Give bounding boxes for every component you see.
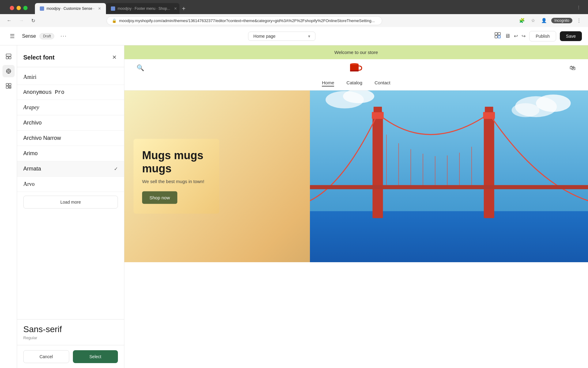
svg-rect-13	[6, 83, 8, 86]
sidebar-add-btn[interactable]	[2, 80, 15, 92]
load-more-section: Load more	[17, 192, 124, 212]
font-item-anonymous-pro[interactable]: Anonymous Pro	[17, 85, 124, 100]
load-more-btn[interactable]: Load more	[23, 196, 118, 209]
back-btn[interactable]: ←	[5, 17, 13, 25]
lock-icon: 🔒	[112, 18, 117, 23]
page-selector[interactable]: Home page ▾	[248, 32, 315, 41]
font-name-arvo: Arvo	[23, 181, 35, 187]
add-section-icon	[6, 83, 12, 89]
hero-heading: Mugs mugs mugs	[142, 149, 211, 175]
browser-menu-dots[interactable]: ⋮	[575, 17, 583, 25]
bookmark-btn[interactable]: ☆	[529, 17, 537, 25]
search-icon[interactable]: 🔍	[137, 64, 144, 71]
font-item-arvo[interactable]: Arvo	[17, 177, 124, 192]
announcement-text: Welcome to our store	[334, 50, 378, 55]
tab-label-2: moodjoy · Footer menu · Shop...	[118, 6, 170, 11]
font-item-armata[interactable]: Armata ✓	[17, 161, 124, 177]
extensions-btn[interactable]: 🧩	[517, 17, 527, 25]
font-panel-header: Select font ✕	[17, 45, 124, 67]
profile-btn[interactable]: 👤	[539, 17, 549, 25]
shop-now-btn[interactable]: Shop now	[142, 191, 177, 204]
save-btn[interactable]: Save	[560, 31, 582, 41]
tab-favicon-2	[111, 6, 115, 11]
font-item-archivo[interactable]: Archivo	[17, 115, 124, 131]
select-icon	[494, 32, 501, 39]
font-name-archivo-narrow: Archivo Narrow	[23, 135, 61, 141]
svg-point-8	[8, 70, 9, 72]
select-mode-btn[interactable]	[494, 32, 501, 40]
svg-rect-6	[9, 57, 11, 59]
publish-btn[interactable]: Publish	[529, 31, 556, 41]
sections-icon	[6, 53, 12, 59]
app-toolbar: ☰ Sense Draft ··· Home page ▾ 🖥 ↩ ↪	[0, 27, 588, 45]
hero-area: Mugs mugs mugs We sell the best mugs in …	[124, 90, 588, 262]
svg-rect-14	[9, 83, 11, 86]
font-name-arimo: Arimo	[23, 150, 38, 157]
sidebar-icons	[0, 45, 17, 368]
bridge-svg	[310, 90, 588, 262]
new-tab-btn[interactable]: +	[179, 3, 188, 14]
nav-catalog[interactable]: Catalog	[346, 80, 362, 86]
hero-content: Mugs mugs mugs We sell the best mugs in …	[134, 139, 219, 214]
font-item-arimo[interactable]: Arimo	[17, 146, 124, 161]
font-preview-section: Sans-serif Regular	[17, 319, 124, 345]
toolbar-left: ☰ Sense Draft ···	[6, 30, 69, 42]
browser-chrome: moodjoy · Customize Sense · ✕ moodjoy · …	[0, 0, 588, 27]
tab-close-btn-2[interactable]: ✕	[174, 6, 177, 11]
main-area: Select font ✕ Amiri Anonymous Pro Arapey	[0, 45, 588, 368]
svg-point-40	[536, 94, 571, 112]
svg-rect-0	[495, 33, 497, 35]
browser-menu-btn[interactable]: ⋮	[577, 5, 581, 10]
font-item-amiri[interactable]: Amiri	[17, 70, 124, 85]
url-bar[interactable]: 🔒 moodjoy.myshopify.com/admin/themes/136…	[107, 16, 382, 25]
font-preview-name: Sans-serif	[23, 324, 118, 334]
svg-rect-38	[310, 185, 588, 189]
reload-btn[interactable]: ↻	[29, 17, 37, 25]
store-preview[interactable]: Welcome to our store 🔍 🛍	[124, 45, 588, 368]
tab-customize[interactable]: moodjoy · Customize Sense · ✕	[35, 3, 106, 14]
address-bar: ← → ↻ 🔒 moodjoy.myshopify.com/admin/them…	[0, 14, 588, 27]
announcement-bar: Welcome to our store	[124, 45, 588, 59]
font-item-archivo-narrow[interactable]: Archivo Narrow	[17, 131, 124, 146]
maximize-window-btn[interactable]	[23, 6, 28, 10]
selected-check-icon: ✓	[114, 166, 118, 172]
svg-rect-1	[498, 33, 500, 35]
desktop-view-btn[interactable]: 🖥	[505, 33, 510, 39]
redo-btn[interactable]: ↪	[522, 33, 526, 39]
preview-inner: Welcome to our store 🔍 🛍	[124, 45, 588, 368]
svg-rect-27	[373, 107, 382, 112]
toolbar-center: Home page ▾	[74, 32, 489, 41]
hero-bridge-image	[310, 90, 588, 262]
nav-contact[interactable]: Contact	[375, 80, 390, 86]
sidebar-customize-btn[interactable]	[2, 65, 15, 77]
tab-close-btn[interactable]: ✕	[98, 6, 101, 11]
draft-badge: Draft	[40, 33, 54, 39]
minimize-window-btn[interactable]	[17, 6, 21, 10]
font-name-armata: Armata	[23, 166, 41, 172]
svg-rect-24	[372, 114, 383, 218]
font-list[interactable]: Amiri Anonymous Pro Arapey Archivo Archi…	[17, 67, 124, 319]
close-window-btn[interactable]	[10, 6, 14, 10]
sidebar-toggle-btn[interactable]: ☰	[6, 30, 18, 42]
svg-rect-29	[485, 107, 493, 112]
forward-btn[interactable]: →	[17, 17, 26, 25]
font-name-amiri: Amiri	[23, 74, 36, 80]
svg-point-21	[350, 63, 359, 65]
font-name-archivo: Archivo	[23, 120, 42, 126]
cancel-btn[interactable]: Cancel	[23, 350, 69, 363]
sidebar-sections-btn[interactable]	[2, 50, 15, 63]
font-item-arapey[interactable]: Arapey	[17, 100, 124, 115]
store-nav: Home Catalog Contact	[124, 76, 588, 90]
select-font-btn[interactable]: Select	[73, 350, 118, 363]
cart-icon[interactable]: 🛍	[570, 64, 576, 71]
font-panel-close-btn[interactable]: ✕	[111, 53, 118, 62]
tab-footer[interactable]: moodjoy · Footer menu · Shop... ✕	[106, 3, 179, 14]
url-text: moodjoy.myshopify.com/admin/themes/13614…	[119, 18, 375, 23]
more-options-btn[interactable]: ···	[58, 32, 69, 40]
page-selector-label: Home page	[253, 34, 275, 39]
undo-btn[interactable]: ↩	[514, 33, 518, 39]
svg-rect-26	[372, 112, 384, 119]
font-panel-title: Select font	[23, 54, 55, 61]
font-name-arapey: Arapey	[23, 104, 39, 111]
nav-home[interactable]: Home	[322, 80, 334, 86]
